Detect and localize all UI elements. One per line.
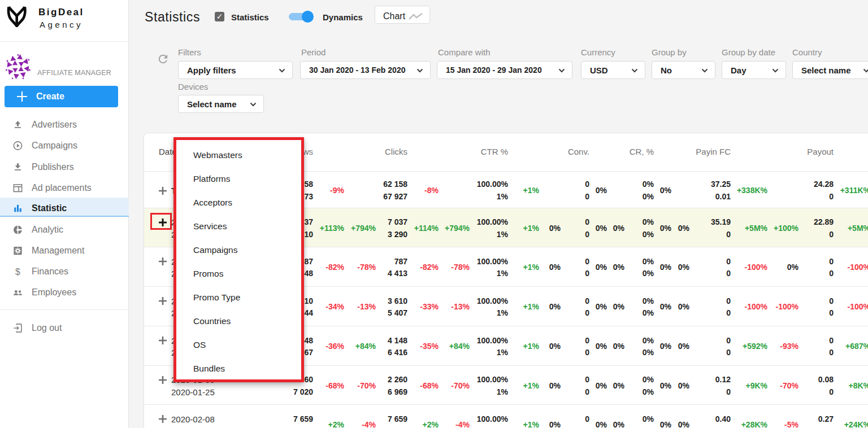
svg-text:$: $ bbox=[15, 267, 20, 277]
